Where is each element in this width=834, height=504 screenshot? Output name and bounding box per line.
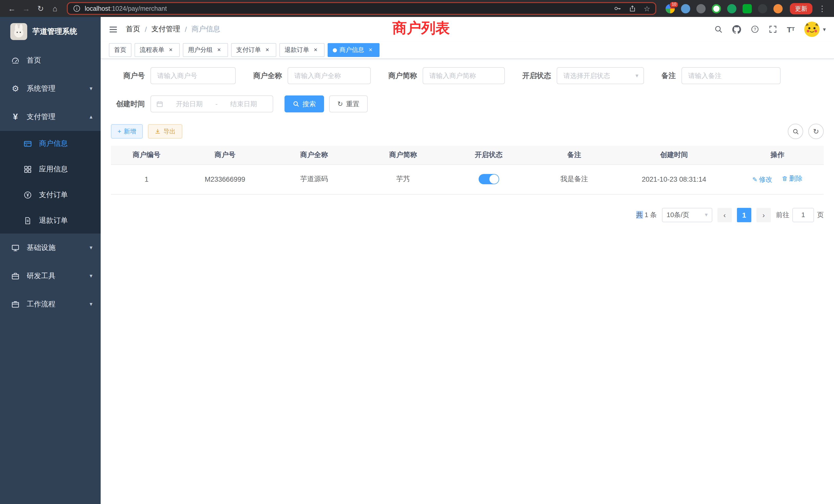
- next-page-button[interactable]: ›: [756, 208, 771, 222]
- browser-update-button[interactable]: 更新: [790, 3, 812, 14]
- tab-home[interactable]: 首页: [109, 43, 131, 57]
- sidebar-toggle-icon[interactable]: [109, 25, 117, 33]
- start-date-placeholder: 开始日期: [166, 99, 213, 109]
- col-merchant-no: 商户号: [182, 146, 268, 164]
- extensions-area: 10: [661, 4, 787, 13]
- sidebar-item-infrastructure[interactable]: 基础设施 ▾: [0, 233, 101, 262]
- browser-menu-icon[interactable]: ⋮: [815, 2, 829, 15]
- goto-page-input[interactable]: [792, 208, 814, 222]
- page-size-select[interactable]: 10条/页 ▾: [662, 208, 712, 222]
- fullscreen-icon[interactable]: [769, 25, 777, 33]
- page-1-button[interactable]: 1: [737, 208, 751, 222]
- help-icon[interactable]: ?: [751, 25, 759, 33]
- browser-reload-icon[interactable]: ↻: [34, 2, 47, 15]
- extension-icon-5[interactable]: [727, 4, 737, 13]
- merchant-table: 商户编号 商户号 商户全称 商户简称 开启状态 备注 创建时间 操作 1: [111, 146, 824, 194]
- remark-input[interactable]: [681, 67, 781, 84]
- extension-icon-3[interactable]: [696, 4, 706, 13]
- tab-merchant-info[interactable]: 商户信息×: [328, 43, 379, 57]
- user-avatar[interactable]: ▾: [805, 22, 826, 37]
- prev-page-button[interactable]: ‹: [718, 208, 732, 222]
- breadcrumb-payment[interactable]: 支付管理: [152, 25, 180, 34]
- toggle-search-button[interactable]: [788, 124, 803, 139]
- password-key-icon[interactable]: [614, 5, 622, 12]
- avatar-image: [805, 22, 820, 37]
- export-button[interactable]: 导出: [148, 124, 182, 139]
- sidebar-item-label: 工作流程: [27, 299, 56, 309]
- close-icon[interactable]: ×: [167, 46, 175, 54]
- full-name-input[interactable]: [288, 67, 371, 84]
- sidebar-item-merchant-info[interactable]: 商户信息: [0, 131, 101, 157]
- refresh-icon: ↻: [337, 100, 343, 108]
- col-remark: 备注: [531, 146, 617, 164]
- extension-icon-1[interactable]: 10: [665, 4, 675, 13]
- select-placeholder: 请选择开启状态: [563, 71, 610, 80]
- extension-icon-7[interactable]: [758, 4, 767, 13]
- status-toggle[interactable]: [478, 174, 499, 184]
- browser-profile-avatar[interactable]: [773, 4, 783, 13]
- delete-link[interactable]: 删除: [781, 174, 803, 183]
- share-icon[interactable]: [629, 5, 637, 12]
- cell-full-name: 芋道源码: [268, 164, 360, 194]
- tab-user-group[interactable]: 用户分组×: [183, 43, 228, 57]
- close-icon[interactable]: ×: [367, 46, 374, 54]
- yen-icon: ¥: [11, 112, 20, 122]
- cell-create-time: 2021-10-23 08:31:14: [617, 164, 731, 194]
- browser-back-icon[interactable]: ←: [5, 2, 19, 15]
- add-button[interactable]: + 新增: [111, 124, 143, 139]
- search-icon[interactable]: [714, 25, 723, 33]
- chevron-down-icon: ▾: [90, 273, 92, 279]
- short-name-input[interactable]: [423, 67, 505, 84]
- url-text: localhost:1024/pay/merchant: [85, 5, 167, 12]
- logo-avatar: [10, 23, 27, 40]
- reset-button[interactable]: ↻ 重置: [329, 95, 368, 112]
- extension-icon-4[interactable]: [712, 4, 721, 13]
- browser-home-icon[interactable]: ⌂: [48, 2, 62, 15]
- pagination: 共 1 条 10条/页 ▾ ‹ 1 › 前往 页: [111, 208, 824, 222]
- close-icon[interactable]: ×: [215, 46, 223, 54]
- close-icon[interactable]: ×: [263, 46, 271, 54]
- edit-link[interactable]: ✎修改: [752, 175, 772, 184]
- extension-icon-6[interactable]: [743, 4, 752, 13]
- sidebar-item-pay-order[interactable]: 支付订单: [0, 182, 101, 208]
- goto-page: 前往 页: [776, 208, 824, 222]
- font-size-icon[interactable]: TT: [787, 25, 795, 33]
- sidebar-item-home[interactable]: 首页: [0, 46, 101, 74]
- breadcrumb-home[interactable]: 首页: [126, 25, 140, 34]
- breadcrumb-current: 商户信息: [192, 25, 220, 34]
- full-name-label: 商户全称: [253, 71, 282, 80]
- sidebar-item-refund-order[interactable]: 退款订单: [0, 208, 101, 233]
- tab-refund-order[interactable]: 退款订单×: [279, 43, 325, 57]
- status-select[interactable]: 请选择开启状态 ▾: [557, 67, 644, 84]
- address-bar[interactable]: localhost:1024/pay/merchant ☆: [67, 2, 656, 15]
- refresh-table-button[interactable]: ↻: [808, 124, 824, 139]
- merchant-no-input[interactable]: [151, 67, 236, 84]
- tab-pay-order[interactable]: 支付订单×: [231, 43, 276, 57]
- sidebar-item-app-info[interactable]: 应用信息: [0, 157, 101, 182]
- tab-label: 商户信息: [339, 46, 364, 54]
- tab-process-form[interactable]: 流程表单×: [135, 43, 180, 57]
- payment-submenu: 商户信息 应用信息 支付订单: [0, 131, 101, 233]
- table-toolbar: + 新增 导出 ↻: [111, 124, 824, 139]
- sidebar-item-payment[interactable]: ¥ 支付管理 ▴: [0, 102, 101, 131]
- chevron-up-icon: ▴: [90, 113, 92, 120]
- site-info-icon[interactable]: [73, 5, 81, 12]
- extension-badge: 10: [670, 1, 678, 7]
- sidebar-item-workflow[interactable]: 工作流程 ▾: [0, 290, 101, 318]
- chevron-down-icon: ▾: [90, 85, 92, 92]
- app-logo[interactable]: 芋道管理系统: [0, 17, 101, 46]
- create-time-range-picker[interactable]: 开始日期 - 结束日期: [151, 95, 273, 112]
- bookmark-star-icon[interactable]: ☆: [644, 4, 650, 13]
- sidebar-item-label: 应用信息: [39, 165, 68, 174]
- sidebar-item-devtools[interactable]: 研发工具 ▾: [0, 262, 101, 290]
- extension-icon-2[interactable]: [681, 4, 690, 13]
- create-time-label: 创建时间: [111, 99, 145, 109]
- github-icon[interactable]: [732, 25, 741, 33]
- browser-forward-icon[interactable]: →: [20, 2, 33, 15]
- sidebar-item-label: 支付订单: [39, 190, 68, 200]
- sidebar-item-system[interactable]: ⚙ 系统管理 ▾: [0, 74, 101, 102]
- search-button[interactable]: 搜索: [285, 95, 324, 112]
- page-content: 商户号 商户全称 商户简称 开启状态: [101, 59, 834, 504]
- close-icon[interactable]: ×: [312, 46, 320, 54]
- col-create-time: 创建时间: [617, 146, 731, 164]
